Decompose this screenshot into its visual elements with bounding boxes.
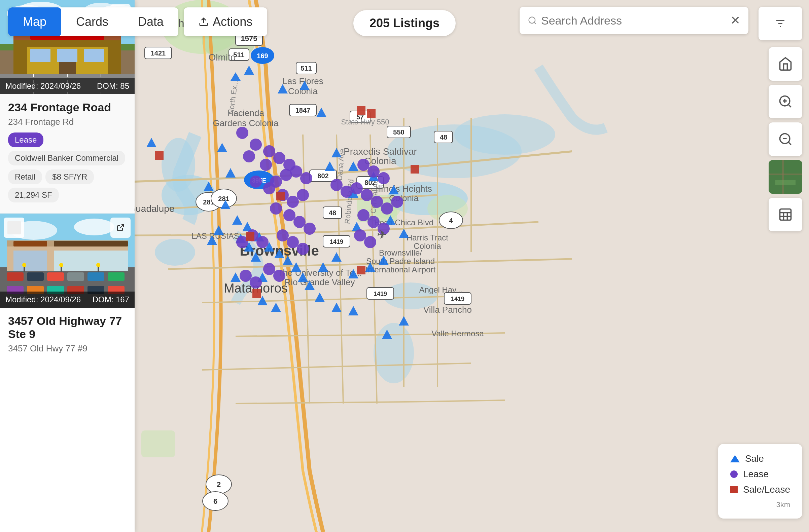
listing-1-modified: Modified: 2024/09/26 [5,82,81,91]
svg-rect-252 [775,180,795,185]
svg-point-162 [378,172,390,184]
filter-button[interactable] [758,7,802,40]
view-tabs: Map Cards Data [8,7,178,36]
svg-point-173 [330,179,343,191]
svg-text:Villa Pancho: Villa Pancho [423,305,472,315]
svg-point-153 [304,223,316,235]
svg-text:1419: 1419 [330,238,343,245]
svg-point-168 [357,209,369,221]
svg-text:48: 48 [329,209,336,216]
svg-point-139 [273,152,286,164]
search-input[interactable] [541,14,726,27]
listings-badge: 205 Listings [354,10,455,36]
svg-rect-184 [246,232,254,241]
listing-2-modified: Modified: 2024/09/26 [5,295,81,304]
svg-rect-216 [87,272,104,281]
svg-point-146 [270,176,282,188]
svg-point-151 [283,209,295,221]
building-view-button[interactable] [769,198,802,231]
zoom-out-button[interactable] [769,122,802,156]
tab-cards[interactable]: Cards [61,7,123,36]
svg-text:281: 281 [218,195,229,202]
svg-text:Gardens Colonia: Gardens Colonia [213,118,279,128]
svg-point-172 [364,236,376,248]
legend: Sale Lease Sale/Lease 3km [718,444,802,518]
svg-point-136 [243,150,255,162]
svg-point-238 [529,17,535,23]
svg-point-143 [300,172,312,184]
listing-1-title: 234 Frontage Road [8,101,126,114]
legend-sale-lease: Sale/Lease [730,484,790,495]
home-icon [778,56,793,71]
svg-point-161 [367,165,380,178]
svg-point-158 [256,236,269,248]
svg-point-210 [74,218,115,235]
listing-2-address: 3457 Old Hwy 77 #9 [8,343,126,354]
listing-1-price-tag: $8 SF/YR [46,170,94,184]
tab-data[interactable]: Data [123,7,178,36]
svg-point-156 [297,243,309,255]
svg-rect-181 [367,109,376,118]
svg-rect-250 [769,174,802,175]
svg-rect-182 [411,165,419,174]
svg-point-135 [250,139,262,150]
svg-text:4: 4 [449,217,453,224]
svg-text:802: 802 [317,172,328,180]
svg-rect-251 [782,160,784,194]
svg-text:511: 511 [300,65,312,72]
listing-1-tags: Lease Coldwell Banker Commercial [8,132,126,165]
svg-point-155 [287,236,299,248]
svg-text:1847: 1847 [295,107,311,114]
listing-2-overlay: Modified: 2024/09/26 DOM: 167 [0,291,135,308]
legend-lease-label: Lease [743,469,769,480]
zoom-out-icon [778,132,793,147]
legend-sale: Sale [730,453,790,464]
listing-2-thumb [4,217,24,238]
svg-text:550: 550 [393,128,404,136]
zoom-in-button[interactable] [769,85,802,118]
svg-point-233 [22,263,26,267]
svg-text:Olmito: Olmito [209,52,236,63]
svg-text:Valle Hermosa: Valle Hermosa [431,329,484,338]
search-clear-button[interactable]: ✕ [730,14,740,28]
listing-card-2[interactable]: Modified: 2024/09/26 DOM: 167 3457 Old H… [0,214,135,366]
svg-text:169: 169 [257,52,268,59]
sale-marker-icon [730,455,740,462]
listing-2-title: 3457 Old Highway 77 Ste 9 [8,315,126,341]
svg-point-144 [250,176,262,188]
map-thumbnail[interactable] [769,160,802,194]
svg-point-176 [273,270,286,282]
svg-rect-253 [780,209,791,220]
svg-point-154 [277,229,289,242]
svg-point-8 [374,323,414,383]
svg-point-4 [155,239,195,266]
svg-rect-179 [155,151,163,160]
svg-rect-213 [27,272,44,281]
listing-1-overlay: Modified: 2024/09/26 DOM: 85 [0,78,135,94]
svg-point-175 [263,263,275,275]
legend-sale-label: Sale [745,453,764,464]
svg-point-166 [381,202,393,215]
listing-1-type-tag: Retail [8,170,42,184]
svg-rect-185 [253,289,261,298]
listing-image-2: Modified: 2024/09/26 DOM: 167 [0,214,135,308]
svg-point-150 [270,202,282,215]
svg-text:2: 2 [217,480,221,489]
svg-point-137 [263,145,275,157]
sale-lease-marker-icon [730,486,738,493]
actions-label: Actions [213,15,253,29]
svg-point-177 [250,277,262,288]
svg-point-142 [290,165,302,178]
home-button[interactable] [769,47,802,81]
tab-map[interactable]: Map [8,7,61,36]
svg-point-174 [341,185,353,198]
svg-rect-212 [7,272,23,281]
svg-text:1419: 1419 [451,296,464,302]
svg-point-149 [297,189,309,201]
listing-2-external-link[interactable] [110,217,131,238]
svg-point-160 [357,159,369,171]
actions-button[interactable]: Actions [184,7,267,36]
listing-1-property-tags: Retail $8 SF/YR 21,294 SF [8,170,126,202]
search-bar: ✕ [520,7,748,34]
svg-text:State Hwy 550: State Hwy 550 [341,118,389,126]
